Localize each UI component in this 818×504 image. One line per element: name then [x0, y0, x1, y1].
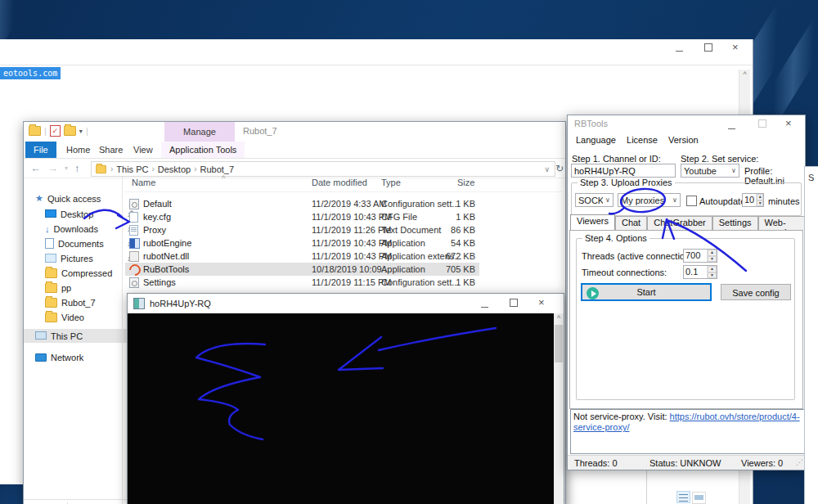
minimize-icon[interactable]: [676, 45, 683, 55]
file-row[interactable]: Proxy 11/1/2019 11:26 PM Text Document 8…: [125, 223, 479, 236]
tab-webpanel[interactable]: Web-panel: [758, 216, 805, 230]
tab-file[interactable]: File: [25, 142, 56, 158]
sidebar-item-network[interactable]: Network: [35, 350, 132, 364]
menu-version[interactable]: Version: [668, 135, 699, 145]
save-config-button[interactable]: Save config: [721, 284, 791, 300]
sidebar-item-quick-access[interactable]: ★ Quick access: [35, 191, 132, 205]
resize-grip[interactable]: ⋰: [796, 458, 803, 468]
scroll-up-icon[interactable]: ^: [554, 313, 564, 324]
file-date: 11/1/2019 11:15 PM: [312, 276, 391, 289]
file-row[interactable]: rubotEngine 11/1/2019 10:43 PM Applicati…: [125, 236, 479, 250]
service-select[interactable]: Youtube ∨: [681, 164, 739, 178]
tab-viewers[interactable]: Viewers: [570, 214, 615, 231]
interval-value: 10: [743, 194, 756, 206]
log-text: Not service-proxy. Visit:: [573, 412, 670, 421]
file-row-selected[interactable]: RuBotTools 10/18/2019 10:09 ... Applicat…: [125, 263, 479, 276]
close-icon[interactable]: ×: [785, 117, 792, 129]
up-icon[interactable]: ↑: [74, 162, 80, 174]
sidebar-label: This PC: [51, 331, 83, 341]
blank-file-icon: [129, 212, 138, 223]
forward-icon[interactable]: →: [47, 162, 58, 174]
column-header-size[interactable]: Size: [457, 178, 474, 187]
file-row[interactable]: Settings 11/1/2019 11:15 PM Configuratio…: [125, 276, 479, 289]
timeout-stepper[interactable]: 0.1 ▲▼: [683, 265, 717, 279]
pane-divider[interactable]: [122, 177, 123, 504]
tab-application-tools[interactable]: Application Tools: [161, 142, 245, 158]
tab-chat[interactable]: Chat: [615, 216, 647, 230]
menu-language[interactable]: Language: [576, 135, 616, 145]
selected-url-text[interactable]: eotools.com: [0, 67, 61, 79]
sidebar-item-this-pc[interactable]: This PC: [24, 329, 132, 343]
scroll-up-icon[interactable]: ^: [739, 70, 750, 79]
log-box[interactable]: Not service-proxy. Visit: https://rubot.…: [570, 409, 806, 454]
proxy-type-select[interactable]: SOCKS4 ∨: [575, 193, 614, 207]
viewers-tab-panel: Step 4. Options Threads (active connecti…: [569, 230, 803, 409]
breadcrumb-rubot7[interactable]: Rubot_7: [200, 164, 235, 174]
file-row[interactable]: key.cfg 11/1/2019 10:43 PM CFG File 1 KB: [125, 210, 479, 223]
thumbnail-view-button[interactable]: [692, 492, 706, 504]
minimize-icon[interactable]: [728, 123, 735, 133]
close-icon[interactable]: ×: [732, 41, 739, 53]
threads-stepper[interactable]: 700 ▲▼: [683, 249, 717, 263]
file-name: Default: [143, 197, 172, 210]
close-icon[interactable]: ×: [538, 296, 545, 308]
file-size: 672 KB: [428, 250, 475, 263]
minimize-icon[interactable]: [481, 301, 488, 311]
rbtools-titlebar[interactable]: RBTools ×: [568, 115, 805, 133]
column-header-date[interactable]: Date modified: [312, 178, 367, 187]
file-row[interactable]: rubotNet.dll 11/1/2019 10:43 PM Applicat…: [125, 250, 479, 263]
address-bar[interactable]: › This PC › Desktop › Rubot_7 ∨: [91, 161, 555, 177]
properties-check-icon[interactable]: ✓: [50, 125, 61, 137]
address-dropdown-icon[interactable]: ∨: [544, 165, 550, 173]
proxy-source-select[interactable]: My proxies ∨: [618, 193, 681, 207]
tab-chatgrabber[interactable]: ChatGrabber: [647, 216, 712, 230]
manage-contextual-tab[interactable]: Manage: [164, 122, 235, 142]
breadcrumb-desktop[interactable]: Desktop: [158, 164, 191, 174]
history-dropdown-icon[interactable]: ▾: [65, 164, 68, 172]
this-pc-icon: [35, 331, 47, 340]
maximize-icon[interactable]: [510, 299, 518, 308]
network-icon: [35, 353, 47, 362]
step4-label: Step 4. Options: [582, 233, 649, 243]
breadcrumb-this-pc[interactable]: This PC: [116, 164, 148, 174]
maximize-icon[interactable]: [704, 43, 712, 53]
tab-settings[interactable]: Settings: [712, 216, 758, 230]
autoupdate-interval-stepper[interactable]: 10 ▲▼: [742, 193, 764, 207]
file-name: Settings: [143, 276, 176, 289]
service-value: Youtube: [681, 166, 729, 176]
column-header-name[interactable]: Name: [132, 178, 155, 187]
file-name: RuBotTools: [143, 263, 189, 276]
console-titlebar[interactable]: hoRH4UpY-RQ ×: [128, 294, 564, 313]
qat-dropdown-icon[interactable]: ▾: [79, 128, 83, 135]
spin-up-icon[interactable]: ▲: [708, 250, 717, 256]
file-row[interactable]: Default 11/2/2019 4:33 AM Configuration …: [125, 197, 479, 210]
folder-icon: [45, 313, 57, 322]
tab-view[interactable]: View: [125, 142, 161, 158]
refresh-icon[interactable]: ↻: [555, 163, 564, 174]
sidebar-label: Rubot_7: [61, 298, 96, 308]
separator: |: [44, 126, 47, 136]
file-name: key.cfg: [143, 210, 171, 223]
spin-up-icon[interactable]: ▲: [708, 266, 717, 272]
spin-down-icon[interactable]: ▼: [757, 200, 763, 207]
console-scrollbar[interactable]: ^: [554, 313, 564, 504]
spin-down-icon[interactable]: ▼: [708, 256, 717, 263]
maximize-icon[interactable]: [758, 119, 766, 129]
dll-file-icon: [129, 251, 139, 262]
spin-down-icon[interactable]: ▼: [708, 272, 717, 279]
console-output[interactable]: [128, 313, 554, 504]
back-icon[interactable]: ←: [30, 162, 41, 174]
side-window-sliver: S: [804, 166, 818, 504]
autoupdate-checkbox[interactable]: [686, 196, 697, 206]
play-icon: [587, 287, 599, 299]
new-folder-icon[interactable]: [64, 126, 76, 136]
spin-up-icon[interactable]: ▲: [757, 194, 763, 200]
text-file-icon: [129, 225, 138, 236]
column-header-type[interactable]: Type: [381, 178, 401, 187]
channel-id-input[interactable]: [571, 164, 676, 178]
start-button[interactable]: Start: [581, 283, 712, 301]
details-view-button[interactable]: [676, 491, 690, 503]
file-type: Application: [381, 263, 425, 276]
scrollbar-thumb[interactable]: [555, 325, 563, 362]
menu-license[interactable]: License: [627, 135, 658, 145]
